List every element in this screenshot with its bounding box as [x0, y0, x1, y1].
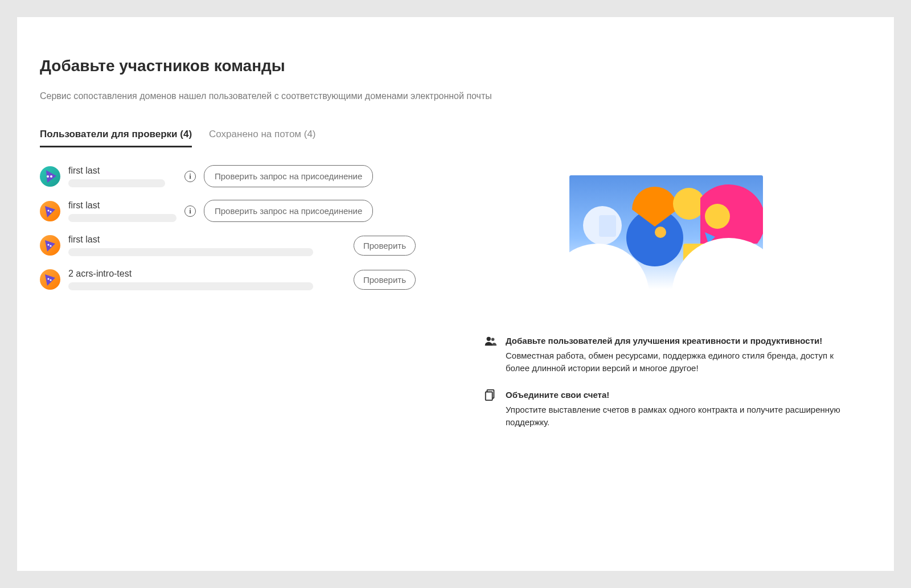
svg-point-7 [47, 244, 49, 245]
user-email-placeholder [68, 248, 313, 256]
svg-point-2 [50, 175, 52, 178]
review-button[interactable]: Проверить [354, 236, 416, 256]
user-name: 2 acrs-intro-test [68, 269, 313, 279]
benefit-title: Объедините свои счета! [506, 389, 848, 401]
svg-point-21 [487, 337, 491, 341]
svg-rect-24 [486, 392, 493, 401]
user-email-placeholder [68, 282, 313, 290]
benefit-text: Объедините свои счета! Упростите выставл… [506, 389, 848, 428]
user-name-block: first last [68, 200, 177, 222]
users-panel: Пользователи для проверки (4) Сохранено … [40, 124, 416, 466]
svg-point-16 [673, 188, 705, 220]
user-email-placeholder [68, 179, 165, 187]
review-join-request-button[interactable]: Проверить запрос на присоединение [204, 200, 373, 222]
avatar [40, 201, 60, 221]
info-icon[interactable]: i [184, 205, 196, 217]
benefit-title: Добавьте пользователей для улучшения кре… [506, 335, 848, 347]
svg-point-11 [50, 279, 51, 281]
review-join-request-button[interactable]: Проверить запрос на присоединение [204, 165, 373, 187]
user-name: first last [68, 235, 313, 245]
tab-saved-for-later[interactable]: Сохранено на потом (4) [209, 124, 315, 147]
svg-rect-13 [599, 215, 616, 237]
avatar [40, 269, 60, 290]
benefit-desc: Совместная работа, обмен ресурсами, подд… [506, 349, 848, 375]
tabs: Пользователи для проверки (4) Сохранено … [40, 124, 416, 148]
user-email-placeholder [68, 214, 177, 222]
benefit-item: Объедините свои счета! Упростите выставл… [484, 389, 848, 428]
user-row: first last Проверить [40, 235, 416, 256]
users-icon [484, 335, 496, 347]
benefit-text: Добавьте пользователей для улучшения кре… [506, 335, 848, 374]
user-name-block: first last [68, 166, 177, 187]
info-icon[interactable]: i [184, 171, 196, 182]
benefit-desc: Упростите выставление счетов в рамках од… [506, 404, 848, 429]
svg-point-4 [47, 209, 49, 211]
user-name: first last [68, 200, 177, 211]
user-name-block: first last [68, 235, 313, 256]
documents-icon [484, 389, 496, 401]
user-row: 2 acrs-intro-test Проверить [40, 269, 416, 290]
dialog-card: Добавьте участников команды Сервис сопос… [17, 17, 894, 571]
review-button[interactable]: Проверить [354, 270, 416, 290]
svg-point-15 [655, 227, 666, 238]
benefits-list: Добавьте пользователей для улучшения кре… [484, 335, 848, 429]
avatar [40, 235, 60, 256]
svg-point-1 [47, 175, 49, 178]
user-name: first last [68, 166, 177, 176]
svg-point-22 [491, 338, 495, 342]
user-name-block: 2 acrs-intro-test [68, 269, 313, 290]
user-row: first last i Проверить запрос на присоед… [40, 200, 416, 222]
svg-point-5 [50, 211, 51, 212]
svg-point-17 [705, 204, 730, 229]
benefits-panel: Добавьте пользователей для улучшения кре… [438, 124, 871, 466]
page-subtitle: Сервис сопоставления доменов нашел польз… [40, 91, 871, 101]
svg-point-10 [47, 278, 49, 279]
svg-point-8 [50, 245, 51, 246]
benefit-item: Добавьте пользователей для улучшения кре… [484, 335, 848, 374]
user-row: first last i Проверить запрос на присоед… [40, 165, 416, 187]
tab-users-to-review[interactable]: Пользователи для проверки (4) [40, 124, 192, 147]
avatar [40, 166, 60, 187]
hero-illustration [569, 175, 763, 289]
page-title: Добавьте участников команды [40, 57, 871, 75]
